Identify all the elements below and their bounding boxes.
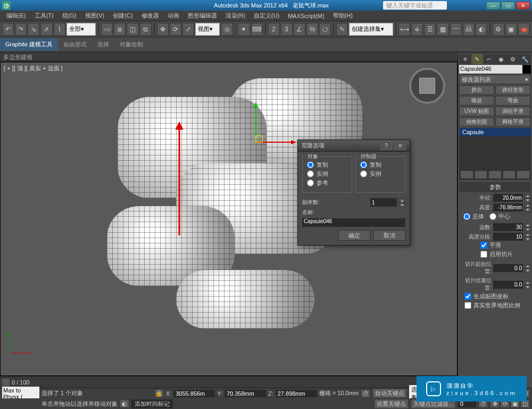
align-button[interactable]: ≑ bbox=[411, 23, 423, 36]
minimize-button[interactable]: — bbox=[486, 2, 500, 10]
modifier-list-dropdown[interactable]: 修改器列表▾ bbox=[459, 75, 531, 84]
setkey-button[interactable]: 设置关键点 bbox=[374, 399, 409, 409]
edit-named-sel-button[interactable]: ✎ bbox=[336, 23, 348, 36]
ribbon-tab-freeform[interactable]: 自由形式 bbox=[58, 38, 92, 51]
hseg-down[interactable]: ▼ bbox=[525, 237, 531, 241]
link-button[interactable]: ⇘ bbox=[28, 23, 39, 36]
chk-slice-on[interactable] bbox=[480, 251, 487, 258]
select-move-button[interactable]: ✥ bbox=[157, 23, 169, 36]
menu-views[interactable]: 视图(V) bbox=[81, 11, 109, 21]
ref-coord-dropdown[interactable]: 视图 ▾ bbox=[195, 23, 220, 36]
radio-centers[interactable]: 中心 bbox=[489, 212, 510, 220]
hseg-spinner[interactable]: 10 bbox=[493, 233, 523, 241]
stack-item-capsule[interactable]: Capsule bbox=[459, 128, 531, 136]
btn-extrude[interactable]: 挤出 bbox=[459, 85, 494, 95]
viewport-label[interactable]: [ + ][ 顶 ][ 真实 + 边面 ] bbox=[4, 64, 63, 72]
lock-selection-button[interactable]: 🔒 bbox=[154, 389, 164, 398]
schematic-view-button[interactable]: 品 bbox=[463, 23, 475, 36]
hseg-up[interactable]: ▲ bbox=[525, 233, 531, 237]
tab-create[interactable]: ✳ bbox=[459, 54, 471, 64]
modifier-stack[interactable]: Capsule bbox=[459, 128, 531, 180]
chk-gen-uv[interactable] bbox=[464, 293, 471, 300]
btn-pathdeform[interactable]: 路径变形 bbox=[495, 85, 530, 95]
render-production-button[interactable]: 🫖 bbox=[518, 23, 530, 36]
window-crossing-button[interactable]: ⧉ bbox=[140, 23, 152, 36]
menu-create[interactable]: 创建(C) bbox=[109, 11, 137, 21]
ribbon-tab-object-paint[interactable]: 对象绘制 bbox=[114, 38, 148, 51]
height-up[interactable]: ▲ bbox=[525, 203, 531, 208]
spinner-snap-button[interactable]: ⭯ bbox=[319, 23, 331, 36]
menu-rendering[interactable]: 渲染(R) bbox=[221, 11, 250, 21]
angle-snap-button[interactable]: ∠ bbox=[294, 23, 305, 36]
copies-spin-down[interactable]: ▼ bbox=[399, 203, 405, 207]
bind-spacewarp-button[interactable]: ⌇ bbox=[54, 23, 65, 36]
unlink-button[interactable]: ⇗ bbox=[40, 23, 52, 36]
select-rotate-button[interactable]: ⟳ bbox=[170, 23, 181, 36]
menu-maxscript[interactable]: MAXScript(M) bbox=[284, 12, 328, 20]
select-scale-button[interactable]: ⤢ bbox=[182, 23, 194, 36]
dialog-close-button[interactable]: ✕ bbox=[394, 142, 406, 150]
tab-motion[interactable]: ◉ bbox=[495, 54, 508, 64]
chk-real-world[interactable] bbox=[464, 302, 471, 309]
ribbon-tab-selection[interactable]: 选择 bbox=[92, 38, 114, 51]
radio-object-instance[interactable]: 实例 bbox=[307, 170, 347, 178]
material-editor-button[interactable]: ◐ bbox=[476, 23, 487, 36]
radio-overall[interactable]: 总体 bbox=[463, 212, 484, 220]
graphite-ribbon-button[interactable]: ▦ bbox=[437, 23, 448, 36]
snap-2d-button[interactable]: 2 bbox=[268, 23, 280, 36]
sides-down[interactable]: ▼ bbox=[525, 227, 531, 232]
menu-animation[interactable]: 动画 bbox=[163, 11, 184, 21]
cancel-button[interactable]: 取消 bbox=[373, 230, 405, 241]
slice-to-spinner[interactable]: 0.0 bbox=[493, 281, 523, 289]
time-slider-handle[interactable] bbox=[2, 379, 10, 386]
stack-pin-button[interactable] bbox=[460, 170, 473, 179]
rollout-parameters[interactable]: 参数 bbox=[459, 182, 531, 192]
radio-object-reference[interactable]: 参考 bbox=[307, 179, 347, 187]
radio-object-copy[interactable]: 复制 bbox=[307, 161, 347, 169]
chk-smooth[interactable] bbox=[480, 242, 487, 249]
stack-unique-button[interactable] bbox=[488, 170, 502, 179]
comm-center-button[interactable]: ◐ bbox=[120, 399, 129, 408]
radius-spinner[interactable]: 20.0mm bbox=[493, 194, 523, 202]
btn-noise[interactable]: 噪波 bbox=[459, 96, 494, 105]
stack-config-button[interactable] bbox=[517, 170, 530, 179]
tab-display[interactable]: ⚙ bbox=[507, 54, 519, 64]
time-config-button[interactable]: ⏱ bbox=[361, 389, 370, 398]
copies-spin-up[interactable]: ▲ bbox=[399, 199, 405, 203]
dialog-titlebar[interactable]: 克隆选项 ? ✕ bbox=[298, 140, 410, 152]
selection-filter-dropdown[interactable]: 全部 ▾ bbox=[66, 23, 96, 36]
y-coord-input[interactable]: 70.358mm bbox=[225, 390, 266, 397]
copies-spinner[interactable]: 1 bbox=[370, 198, 397, 207]
menu-tools[interactable]: 工具(T) bbox=[30, 11, 58, 21]
tab-modify[interactable]: ✎ bbox=[471, 54, 484, 64]
height-spinner[interactable]: -76.86mm bbox=[493, 203, 523, 211]
sides-up[interactable]: ▲ bbox=[525, 223, 531, 227]
btn-uvwmap[interactable]: UVW 贴图 bbox=[459, 107, 494, 116]
stack-remove-button[interactable] bbox=[503, 170, 516, 179]
btn-bevelprofile[interactable]: 倒角剖面 bbox=[459, 117, 494, 127]
keyboard-shortcut-button[interactable]: ⌨ bbox=[251, 23, 263, 36]
menu-help[interactable]: 帮助(H) bbox=[329, 11, 357, 21]
ribbon-tab-graphite[interactable]: Graphite 建模工具 bbox=[0, 38, 58, 51]
btn-bend[interactable]: 弯曲 bbox=[495, 96, 530, 105]
menu-group[interactable]: 组(G) bbox=[58, 11, 81, 21]
rendered-frame-button[interactable]: ▣ bbox=[505, 23, 517, 36]
btn-meshsmooth[interactable]: 网格平滑 bbox=[495, 117, 530, 127]
name-input[interactable]: Capsule046 bbox=[302, 218, 405, 227]
menu-customize[interactable]: 自定义(U) bbox=[250, 11, 284, 21]
stack-show-button[interactable] bbox=[475, 170, 488, 179]
curve-editor-button[interactable]: 〰 bbox=[450, 23, 462, 36]
radio-ctrl-copy[interactable]: 复制 bbox=[360, 161, 401, 169]
percent-snap-button[interactable]: % bbox=[306, 23, 318, 36]
render-setup-button[interactable]: ⚙ bbox=[493, 23, 504, 36]
btn-turbosmooth[interactable]: 涡轮平滑 bbox=[495, 107, 530, 116]
radius-down[interactable]: ▼ bbox=[525, 198, 531, 202]
help-search-input[interactable]: 键入关键字或短语 bbox=[383, 1, 447, 10]
sides-spinner[interactable]: 30 bbox=[493, 223, 523, 231]
select-object-button[interactable]: ▭ bbox=[101, 23, 113, 36]
select-region-button[interactable]: ◫ bbox=[127, 23, 138, 36]
radio-ctrl-instance[interactable]: 实例 bbox=[360, 170, 401, 178]
tab-hierarchy[interactable]: ⤺ bbox=[483, 54, 495, 64]
layer-manager-button[interactable]: ☰ bbox=[424, 23, 436, 36]
transform-gizmo[interactable] bbox=[245, 100, 298, 153]
